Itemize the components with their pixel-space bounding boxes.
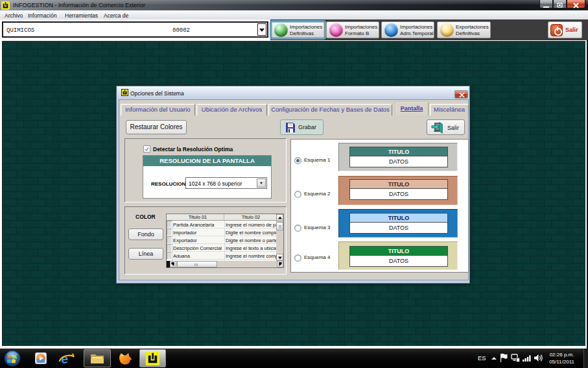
svg-text:e: e [61, 352, 68, 366]
